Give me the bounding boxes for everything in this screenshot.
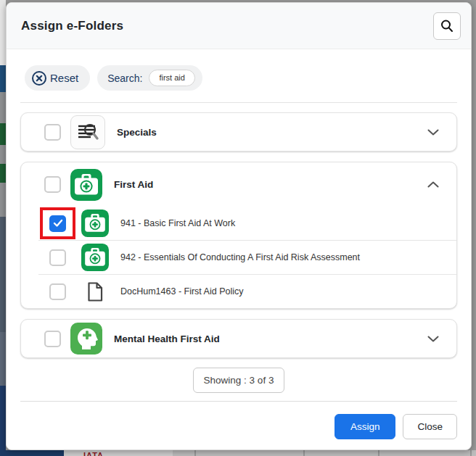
filter-row: Reset Search: first aid (20, 65, 457, 91)
folder-item-label: 941 - Basic First Aid At Work (120, 218, 235, 228)
folder-card-first-aid: First Aid (20, 162, 457, 309)
checkbox-mental-health[interactable] (44, 331, 61, 347)
folder-row-specials[interactable]: Specials (21, 113, 456, 151)
selection-highlight-box (40, 207, 75, 239)
folder-list: Specials (20, 112, 457, 358)
folder-row-first-aid[interactable]: First Aid (21, 162, 456, 207)
search-filter-chip[interactable]: Search: first aid (97, 65, 202, 91)
assign-button[interactable]: Assign (335, 414, 396, 439)
reset-button-label: Reset (50, 72, 78, 84)
folder-item-row-941[interactable]: 941 - Basic First Aid At Work (21, 207, 456, 240)
background-partial-text: IATA (83, 451, 104, 456)
assign-efolders-dialog: Assign e-Folders Reset (6, 2, 472, 450)
checkbox-941[interactable] (49, 215, 66, 232)
dialog-body: Reset Search: first aid (7, 49, 471, 449)
reset-button[interactable]: Reset (25, 65, 90, 91)
chevron-down-icon[interactable] (427, 336, 439, 342)
folder-item-row-dochum1463[interactable]: DocHum1463 - First Aid Policy (21, 275, 456, 308)
checkbox-942[interactable] (49, 249, 66, 266)
checkbox-dochum1463[interactable] (49, 283, 66, 300)
page-title: Assign e-Folders (21, 19, 123, 33)
first-aid-kit-icon (81, 210, 109, 237)
chevron-up-icon[interactable] (427, 181, 439, 188)
filter-divider (20, 102, 457, 103)
checkbox-specials[interactable] (44, 124, 61, 141)
search-term-value: first aid (149, 70, 194, 86)
folder-item-label: DocHum1463 - First Aid Policy (120, 286, 244, 297)
checkbox-first-aid[interactable] (44, 176, 61, 193)
search-list-icon (70, 115, 105, 149)
folder-label: First Aid (114, 179, 153, 190)
folder-row-mental-health[interactable]: Mental Health First Aid (21, 320, 456, 357)
page-bottom-decoration: IATA (0, 450, 476, 456)
close-button[interactable]: Close (403, 414, 457, 439)
search-chip-label: Search: (107, 72, 142, 84)
first-aid-kit-icon (70, 169, 102, 201)
folder-label: Specials (117, 127, 157, 138)
search-button[interactable] (433, 12, 461, 40)
folder-item-row-942[interactable]: 942 - Essentials Of Conducting A First A… (21, 241, 456, 274)
reset-circle-x-icon (30, 70, 48, 87)
check-icon (53, 219, 63, 228)
folder-label: Mental Health First Aid (114, 333, 220, 344)
page-edge-decoration (0, 0, 6, 456)
mental-health-icon (70, 323, 102, 355)
chevron-down-icon[interactable] (427, 129, 439, 136)
pagination-status: Showing : 3 of 3 (193, 368, 285, 393)
search-icon (440, 19, 454, 33)
folder-card-specials: Specials (20, 112, 457, 152)
dialog-footer: Assign Close (20, 401, 457, 439)
folder-item-label: 942 - Essentials Of Conducting A First A… (120, 252, 360, 262)
document-icon (81, 282, 109, 302)
first-aid-kit-icon (81, 244, 109, 271)
folder-card-mental-health: Mental Health First Aid (20, 319, 457, 358)
dialog-header: Assign e-Folders (7, 3, 471, 49)
